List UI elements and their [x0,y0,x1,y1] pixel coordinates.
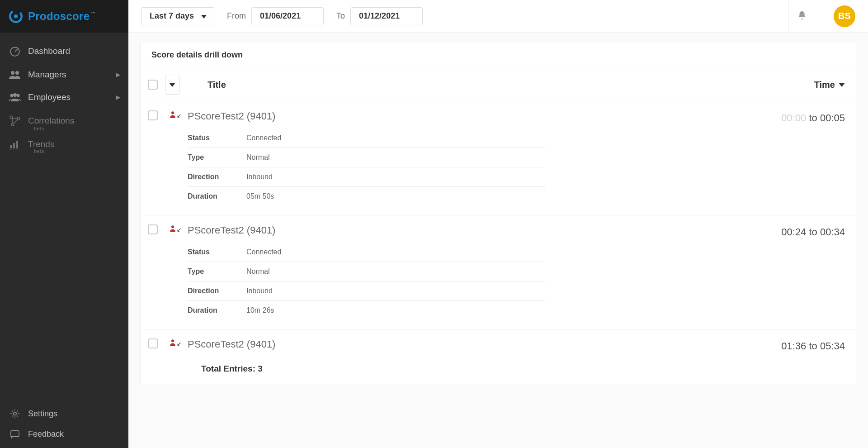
svg-point-3 [11,71,14,75]
col-time-sort[interactable]: Time [814,80,845,90]
date-from-input[interactable]: 01/06/2021 [251,7,324,25]
sidebar-item-label: Feedback [28,429,64,439]
row-time: 00:24 to 00:34 [781,224,845,238]
value-duration: 10m 26s [246,306,274,315]
sidebar-item-label: Managers [28,70,66,80]
value-type: Normal [246,267,270,276]
row-title[interactable]: PScoreTest2 (9401) [188,224,774,236]
label-direction: Direction [188,173,246,181]
date-from-group: From 01/06/2021 [227,7,324,25]
panel-title: Score details drill down [141,42,856,68]
sidebar-item-trends[interactable]: Trends beta [0,133,128,156]
bar-chart-icon [8,139,22,149]
date-to-input[interactable]: 01/12/2021 [350,7,423,25]
call-inbound-icon: ↙ [165,224,180,233]
select-all-checkbox[interactable] [148,80,158,90]
svg-rect-11 [10,145,12,148]
row-main: PScoreTest2 (9401) [188,338,774,358]
sidebar-item-managers[interactable]: Managers ▶ [0,63,128,86]
label-status: Status [188,248,246,256]
call-inbound-icon: ↙ [165,338,180,347]
chat-icon [8,430,22,439]
sidebar-item-label: Settings [28,409,57,419]
date-to-group: To 01/12/2021 [336,7,423,25]
label-type: Type [188,153,246,162]
col-time-label: Time [814,80,835,90]
chevron-right-icon: ▶ [116,94,120,100]
value-duration: 05m 50s [246,192,274,200]
avatar-initials: BS [838,11,851,21]
topbar: Last 7 days From 01/06/2021 To 01/12/202… [128,0,868,33]
caret-down-icon [169,83,175,87]
chevron-right-icon: ▶ [116,71,120,78]
gauge-icon [8,45,22,57]
table-row: ↙ PScoreTest2 (9401) 01:36 to 05:34 [141,329,856,358]
sidebar-nav: Dashboard Managers ▶ Employees ▶ Correla… [0,33,128,403]
table-row: ↙ PScoreTest2 (9401) StatusConnected Typ… [141,215,856,329]
sidebar-bottom: Settings Feedback [0,403,128,448]
table-head: Title Time [141,68,856,101]
main: Last 7 days From 01/06/2021 To 01/12/202… [128,0,868,448]
sidebar-item-label: Dashboard [28,46,70,56]
svg-point-14 [14,412,16,415]
people-icon [8,70,22,80]
brand-name: Prodoscore™ [28,10,95,23]
sidebar-item-feedback[interactable]: Feedback [0,424,128,444]
label-type: Type [188,267,246,276]
brand-bar: Prodoscore™ [0,0,128,33]
value-status: Connected [246,248,281,256]
sidebar-item-employees[interactable]: Employees ▶ [0,86,128,109]
bell-icon [797,10,807,22]
svg-rect-15 [11,430,19,436]
svg-point-2 [10,47,19,56]
svg-rect-12 [13,143,15,148]
svg-point-6 [13,93,17,97]
value-status: Connected [246,134,281,142]
label-duration: Duration [188,192,246,200]
svg-point-17 [171,225,174,228]
people-group-icon [8,92,22,102]
value-direction: Inbound [246,287,273,295]
notifications-button[interactable] [788,0,815,33]
sidebar-item-label: Correlations [28,116,74,126]
from-label: From [227,11,246,21]
sidebar-item-settings[interactable]: Settings [0,403,128,424]
col-title: Title [208,80,226,90]
content: Score details drill down Title Time ↙ [128,33,868,394]
row-title[interactable]: PScoreTest2 (9401) [188,338,774,350]
sidebar-item-label: Trends [28,139,54,149]
sort-desc-icon [839,83,845,87]
row-time: 00:00 to 00:05 [781,110,845,124]
beta-badge: beta [34,148,44,154]
row-main: PScoreTest2 (9401) StatusConnected TypeN… [188,110,774,215]
gear-icon [8,409,22,419]
svg-point-16 [171,111,174,114]
row-checkbox[interactable] [148,338,158,348]
table-row: ↙ PScoreTest2 (9401) StatusConnected Typ… [141,101,856,215]
svg-point-5 [10,94,14,97]
svg-point-18 [171,339,174,342]
row-checkbox[interactable] [148,224,158,234]
row-title[interactable]: PScoreTest2 (9401) [188,110,774,122]
row-time: 01:36 to 05:34 [781,338,845,352]
total-entries: Total Entries: 3 [141,358,856,385]
user-avatar[interactable]: BS [834,5,855,27]
svg-point-4 [15,71,19,75]
beta-badge: beta [34,126,44,131]
call-inbound-icon: ↙ [165,110,180,119]
row-checkbox[interactable] [148,110,158,120]
date-range-select[interactable]: Last 7 days [141,7,214,25]
sidebar-item-dashboard[interactable]: Dashboard [0,39,128,63]
sidebar-item-label: Employees [28,92,71,102]
expand-all-toggle[interactable] [165,75,179,95]
sidebar-item-correlations[interactable]: Correlations beta [0,109,128,133]
label-status: Status [188,134,246,142]
drilldown-card: Score details drill down Title Time ↙ [140,42,856,385]
label-direction: Direction [188,287,246,295]
svg-point-7 [17,94,20,97]
row-details: StatusConnected TypeNormal DirectionInbo… [188,129,545,206]
value-direction: Inbound [246,173,273,181]
row-details: StatusConnected TypeNormal DirectionInbo… [188,243,545,320]
to-label: To [336,11,345,21]
value-type: Normal [246,153,270,162]
